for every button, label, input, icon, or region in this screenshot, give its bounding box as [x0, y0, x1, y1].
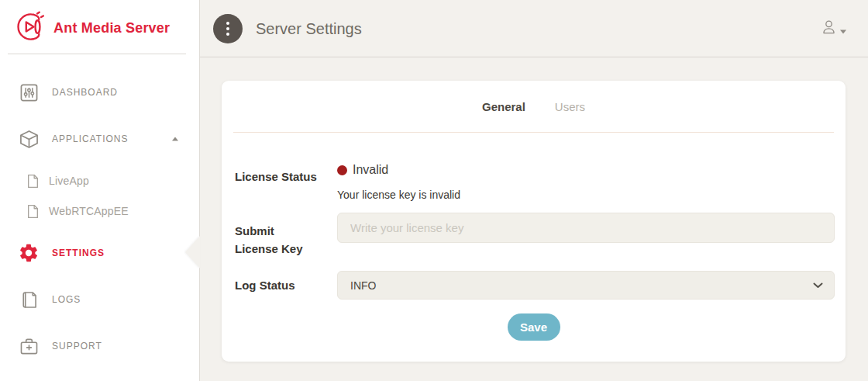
- sidebar-item-label: DASHBOARD: [52, 87, 118, 98]
- tab-users[interactable]: Users: [555, 100, 585, 113]
- sidebar-item-dashboard[interactable]: DASHBOARD: [0, 77, 199, 108]
- chevron-up-icon: [172, 137, 178, 141]
- save-button[interactable]: Save: [508, 313, 560, 341]
- submit-license-key-label: Submit License Key: [235, 222, 316, 258]
- user-menu[interactable]: [821, 19, 846, 38]
- file-icon: [22, 200, 43, 222]
- sidebar-item-label: SUPPORT: [52, 341, 102, 352]
- tabs-divider: [233, 132, 834, 133]
- sidebar-item-support[interactable]: SUPPORT: [0, 331, 199, 362]
- license-status-label: License Status: [235, 168, 317, 185]
- dashboard-sliders-icon: [18, 81, 40, 103]
- brand[interactable]: Ant Media Server: [11, 10, 170, 47]
- support-first-aid-icon: [18, 335, 40, 357]
- status-text: Invalid: [353, 163, 388, 177]
- sidebar-item-label: LiveApp: [49, 175, 89, 187]
- license-key-input[interactable]: [337, 213, 835, 243]
- file-icon: [22, 170, 43, 192]
- sidebar: Ant Media Server DASHBOARD: [0, 0, 200, 381]
- page-title: Server Settings: [256, 19, 362, 37]
- user-icon: [821, 19, 837, 38]
- license-status-message: Your license key is invalid: [337, 189, 460, 201]
- gear-icon: [18, 242, 40, 264]
- log-status-select-wrap: INFO: [337, 271, 835, 300]
- sidebar-item-webrtcappee[interactable]: WebRTCAppEE: [0, 196, 199, 227]
- app-root: Ant Media Server DASHBOARD: [0, 0, 868, 381]
- sidebar-item-label: SETTINGS: [52, 248, 105, 258]
- sidebar-item-applications[interactable]: APPLICATIONS: [0, 123, 199, 154]
- topbar: Server Settings: [200, 0, 868, 57]
- tab-general[interactable]: General: [482, 100, 525, 113]
- sidebar-item-liveapp[interactable]: LiveApp: [0, 165, 199, 196]
- brand-name: Ant Media Server: [53, 20, 170, 36]
- active-item-notch: [185, 236, 200, 268]
- kebab-menu-icon[interactable]: [213, 14, 243, 43]
- license-status-value: Invalid: [337, 163, 388, 177]
- sidebar-item-label: LOGS: [52, 294, 81, 305]
- sidebar-item-logs[interactable]: LOGS: [0, 284, 199, 315]
- ant-media-logo-icon: [11, 10, 46, 47]
- sidebar-item-label: WebRTCAppEE: [49, 205, 129, 217]
- brand-divider: [8, 54, 186, 54]
- log-status-select[interactable]: INFO: [337, 271, 835, 300]
- log-status-label: Log Status: [235, 276, 295, 294]
- applications-box-icon: [18, 128, 40, 150]
- chevron-down-icon: [840, 29, 846, 33]
- sidebar-item-label: APPLICATIONS: [52, 133, 128, 144]
- server-settings-card: General Users License Status Invalid You…: [222, 81, 846, 362]
- status-invalid-dot-icon: [337, 165, 347, 175]
- logs-document-icon: [18, 289, 40, 310]
- sidebar-item-settings[interactable]: SETTINGS: [0, 237, 199, 268]
- tab-bar: General Users: [222, 81, 846, 132]
